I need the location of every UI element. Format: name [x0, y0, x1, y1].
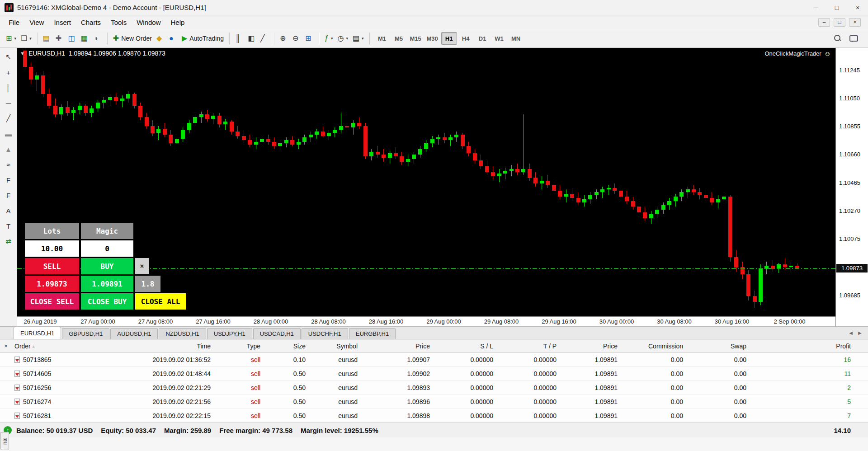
magic-input[interactable]: 0 — [81, 240, 133, 257]
tab-scroll-right-icon[interactable]: ► — [857, 330, 863, 336]
new-chart-button[interactable]: ⊞▾ — [4, 32, 19, 45]
col-close-price[interactable]: Price — [560, 339, 621, 352]
col-profit[interactable]: Profit — [750, 339, 868, 352]
cell-type: sell — [214, 409, 264, 423]
col-sl[interactable]: S / L — [434, 339, 497, 352]
panel-close-button[interactable]: × — [135, 258, 149, 274]
time-axis[interactable]: 26 Aug 201927 Aug 00:0027 Aug 08:0027 Au… — [17, 316, 835, 326]
autotrading-button[interactable]: ▶AutoTrading — [179, 32, 226, 45]
timeframe-m15[interactable]: M15 — [408, 32, 424, 45]
col-time[interactable]: Time — [70, 339, 214, 352]
close-button[interactable]: × — [847, 0, 868, 15]
timeframe-w1[interactable]: W1 — [491, 32, 507, 45]
terminal-close-button[interactable]: × — [2, 342, 9, 349]
col-commission[interactable]: Commission — [621, 339, 687, 352]
zoom-out-button[interactable]: ⊖ — [290, 32, 303, 45]
cell-size: 0.50 — [264, 409, 309, 423]
indicators-button[interactable]: ƒ▾ — [322, 32, 335, 45]
tab-eurgbph1[interactable]: EURGBP,H1 — [349, 328, 396, 339]
timeframe-d1[interactable]: D1 — [475, 32, 491, 45]
col-price[interactable]: Price — [361, 339, 434, 352]
rectangle-tool[interactable]: ▬ — [3, 128, 14, 139]
menu-charts[interactable]: Charts — [76, 16, 106, 28]
buy-button[interactable]: BUY — [81, 258, 133, 274]
templates-button[interactable]: ▤▾ — [350, 32, 366, 45]
one-click-toggle-icon[interactable]: ▼ — [20, 51, 25, 56]
tab-scroll-left-icon[interactable]: ◄ — [848, 330, 854, 336]
market-watch-button[interactable]: ▤ — [41, 32, 53, 45]
tab-usdjpyh1[interactable]: USDJPY,H1 — [207, 328, 252, 339]
data-window-button[interactable]: ✚ — [53, 32, 66, 45]
chart-restore-button[interactable]: □ — [834, 18, 845, 27]
restore-button[interactable]: □ — [826, 0, 847, 15]
timeframe-h1[interactable]: H1 — [441, 32, 457, 45]
price-scale[interactable]: 1.09873 1.112451.110501.108551.106601.10… — [835, 48, 868, 326]
menu-insert[interactable]: Insert — [49, 16, 76, 28]
menu-help[interactable]: Help — [166, 16, 190, 28]
community-chat-icon[interactable] — [849, 35, 858, 42]
chart-minimize-button[interactable]: – — [818, 18, 830, 27]
line-chart-mode-button[interactable]: ╱ — [258, 32, 271, 45]
strategy-tester-button[interactable]: ◑ — [91, 32, 104, 45]
timeframe-m5[interactable]: M5 — [391, 32, 407, 45]
col-type[interactable]: Type — [214, 339, 264, 352]
menu-tools[interactable]: Tools — [106, 16, 132, 28]
minimize-button[interactable]: ─ — [806, 0, 826, 15]
tab-eurusdh1[interactable]: EURUSD,H1 — [14, 327, 61, 339]
order-row[interactable]: 507138652019.09.02 01:36:52sell0.10eurus… — [0, 353, 868, 367]
order-row[interactable]: 507162812019.09.02 02:22:15sell0.50eurus… — [0, 409, 868, 423]
close-sell-button[interactable]: CLOSE SELL — [25, 293, 79, 310]
crosshair-tool[interactable]: + — [3, 67, 14, 78]
metaeditor-button[interactable]: ◆ — [154, 32, 167, 45]
timeframe-h4[interactable]: H4 — [458, 32, 474, 45]
timeframe-m1[interactable]: M1 — [374, 32, 390, 45]
triangle-tool[interactable]: ▲ — [3, 144, 14, 155]
order-row[interactable]: 507162742019.09.02 02:21:56sell0.50eurus… — [0, 395, 868, 409]
fibo-expansion-tool[interactable]: F — [3, 190, 14, 201]
sell-button[interactable]: SELL — [25, 258, 79, 274]
tab-gbpusdh1[interactable]: GBPUSD,H1 — [62, 328, 109, 339]
close-buy-button[interactable]: CLOSE BUY — [81, 293, 133, 310]
col-order[interactable]: Order▵ — [11, 339, 70, 352]
horizontal-line-tool[interactable]: ─ — [3, 98, 14, 108]
profiles-button[interactable]: ❏▾ — [19, 32, 34, 45]
order-row[interactable]: 507146052019.09.02 01:48:44sell0.50eurus… — [0, 367, 868, 381]
tab-usdcadh1[interactable]: USDCAD,H1 — [253, 328, 301, 339]
col-size[interactable]: Size — [264, 339, 309, 352]
navigator-button[interactable]: ◫ — [66, 32, 79, 45]
lots-input[interactable]: 10.00 — [25, 240, 79, 257]
chart-close-button[interactable]: × — [849, 18, 861, 27]
text-tool[interactable]: A — [3, 205, 14, 216]
terminal-toggle-button[interactable]: ▦ — [79, 32, 91, 45]
vertical-line-tool[interactable]: │ — [3, 82, 14, 93]
trendline-tool[interactable]: ╱ — [3, 113, 14, 124]
cursor-tool[interactable]: ↖ — [3, 52, 14, 62]
channel-tool[interactable]: F — [3, 174, 14, 185]
tab-nzdusdh1[interactable]: NZDUSD,H1 — [159, 328, 206, 339]
fibonacci-tool[interactable]: ≈ — [3, 159, 14, 170]
tile-windows-button[interactable]: ⊞ — [303, 32, 316, 45]
order-row[interactable]: 507162562019.09.02 02:21:29sell0.50eurus… — [0, 381, 868, 395]
tab-audusdh1[interactable]: AUDUSD,H1 — [110, 328, 158, 339]
menu-view[interactable]: View — [24, 16, 49, 28]
ea-smiley-icon[interactable]: ☺ — [824, 50, 831, 57]
zoom-in-button[interactable]: ⊕ — [278, 32, 290, 45]
col-swap[interactable]: Swap — [687, 339, 750, 352]
label-tool[interactable]: T — [3, 221, 14, 231]
new-order-button[interactable]: ✚New Order — [111, 32, 154, 45]
col-tp[interactable]: T / P — [497, 339, 560, 352]
periods-button[interactable]: ◷▾ — [335, 32, 350, 45]
menu-file[interactable]: File — [4, 16, 24, 28]
close-all-button[interactable]: CLOSE ALL — [135, 293, 186, 310]
arrows-tool[interactable]: ⇄ — [3, 236, 14, 247]
tab-usdchfh1[interactable]: USDCHF,H1 — [302, 328, 348, 339]
candlestick-mode-button[interactable]: ◧ — [245, 32, 258, 45]
mql5-community-button[interactable]: ● — [167, 32, 179, 45]
terminal-side-tab[interactable]: nal — [0, 432, 9, 450]
menu-window[interactable]: Window — [132, 16, 165, 28]
timeframe-mn[interactable]: MN — [508, 32, 524, 45]
timeframe-m30[interactable]: M30 — [425, 32, 440, 45]
search-icon[interactable] — [834, 35, 841, 42]
col-symbol[interactable]: Symbol — [309, 339, 361, 352]
bar-chart-mode-button[interactable]: ║ — [233, 32, 245, 45]
